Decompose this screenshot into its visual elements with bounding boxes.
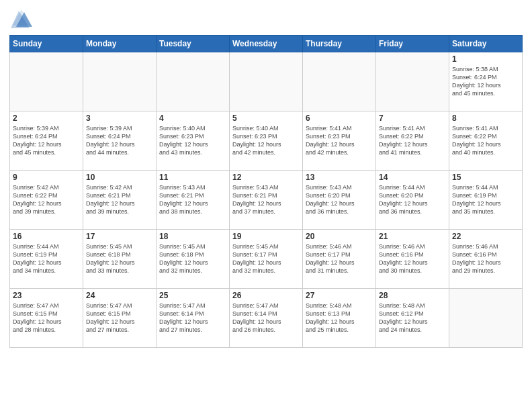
weekday-header-wednesday: Wednesday bbox=[230, 36, 303, 52]
day-number: 6 bbox=[306, 113, 373, 123]
day-number: 16 bbox=[13, 232, 80, 241]
calendar-cell bbox=[230, 52, 303, 111]
calendar-cell: 24Sunrise: 5:47 AM Sunset: 6:15 PM Dayli… bbox=[83, 289, 157, 348]
week-row-4: 23Sunrise: 5:47 AM Sunset: 6:15 PM Dayli… bbox=[10, 289, 523, 348]
day-info: Sunrise: 5:43 AM Sunset: 6:21 PM Dayligh… bbox=[232, 183, 300, 216]
calendar-cell: 1Sunrise: 5:38 AM Sunset: 6:24 PM Daylig… bbox=[449, 52, 523, 111]
calendar-cell: 22Sunrise: 5:46 AM Sunset: 6:16 PM Dayli… bbox=[449, 230, 523, 289]
day-number: 3 bbox=[86, 113, 153, 123]
day-number: 24 bbox=[86, 291, 153, 300]
day-number: 17 bbox=[86, 232, 153, 241]
week-row-2: 9Sunrise: 5:42 AM Sunset: 6:22 PM Daylig… bbox=[10, 171, 523, 230]
day-number: 28 bbox=[379, 291, 446, 300]
day-number: 1 bbox=[452, 54, 519, 64]
day-info: Sunrise: 5:45 AM Sunset: 6:18 PM Dayligh… bbox=[159, 242, 226, 275]
day-number: 18 bbox=[159, 232, 226, 241]
logo-icon bbox=[9, 7, 34, 31]
calendar-cell bbox=[376, 52, 449, 111]
weekday-header-sunday: Sunday bbox=[10, 36, 83, 52]
calendar-cell: 19Sunrise: 5:45 AM Sunset: 6:17 PM Dayli… bbox=[230, 230, 303, 289]
day-number: 25 bbox=[159, 291, 226, 300]
calendar-cell bbox=[303, 52, 376, 111]
day-number: 14 bbox=[379, 173, 446, 182]
week-row-0: 1Sunrise: 5:38 AM Sunset: 6:24 PM Daylig… bbox=[10, 52, 523, 111]
day-number: 7 bbox=[379, 113, 446, 123]
day-number: 22 bbox=[452, 232, 519, 241]
day-info: Sunrise: 5:48 AM Sunset: 6:13 PM Dayligh… bbox=[306, 302, 373, 334]
day-info: Sunrise: 5:47 AM Sunset: 6:15 PM Dayligh… bbox=[13, 302, 80, 334]
calendar-cell: 27Sunrise: 5:48 AM Sunset: 6:13 PM Dayli… bbox=[303, 289, 376, 348]
calendar-cell: 23Sunrise: 5:47 AM Sunset: 6:15 PM Dayli… bbox=[10, 289, 83, 348]
day-number: 4 bbox=[159, 113, 226, 123]
day-info: Sunrise: 5:40 AM Sunset: 6:23 PM Dayligh… bbox=[159, 124, 226, 157]
calendar-cell: 7Sunrise: 5:41 AM Sunset: 6:22 PM Daylig… bbox=[376, 111, 449, 171]
calendar-cell: 17Sunrise: 5:45 AM Sunset: 6:18 PM Dayli… bbox=[83, 230, 157, 289]
day-number: 10 bbox=[86, 173, 153, 182]
day-number: 13 bbox=[306, 173, 373, 182]
week-row-3: 16Sunrise: 5:44 AM Sunset: 6:19 PM Dayli… bbox=[10, 230, 523, 289]
calendar-cell: 26Sunrise: 5:47 AM Sunset: 6:14 PM Dayli… bbox=[230, 289, 303, 348]
day-number: 8 bbox=[452, 113, 519, 123]
calendar-cell: 3Sunrise: 5:39 AM Sunset: 6:24 PM Daylig… bbox=[83, 111, 157, 171]
day-info: Sunrise: 5:41 AM Sunset: 6:22 PM Dayligh… bbox=[452, 124, 519, 157]
header bbox=[9, 7, 523, 31]
calendar-cell: 10Sunrise: 5:42 AM Sunset: 6:21 PM Dayli… bbox=[83, 171, 157, 230]
calendar-cell: 25Sunrise: 5:47 AM Sunset: 6:14 PM Dayli… bbox=[157, 289, 230, 348]
day-number: 20 bbox=[306, 232, 373, 241]
day-number: 27 bbox=[306, 291, 373, 300]
calendar-cell bbox=[83, 52, 157, 111]
calendar-cell: 28Sunrise: 5:48 AM Sunset: 6:12 PM Dayli… bbox=[376, 289, 449, 348]
day-info: Sunrise: 5:45 AM Sunset: 6:18 PM Dayligh… bbox=[86, 242, 153, 275]
calendar-cell: 5Sunrise: 5:40 AM Sunset: 6:23 PM Daylig… bbox=[230, 111, 303, 171]
day-info: Sunrise: 5:46 AM Sunset: 6:17 PM Dayligh… bbox=[306, 242, 373, 275]
calendar-cell bbox=[449, 289, 523, 348]
day-info: Sunrise: 5:44 AM Sunset: 6:20 PM Dayligh… bbox=[379, 183, 446, 216]
weekday-header-monday: Monday bbox=[83, 36, 157, 52]
day-number: 15 bbox=[452, 173, 519, 182]
calendar-cell: 15Sunrise: 5:44 AM Sunset: 6:19 PM Dayli… bbox=[449, 171, 523, 230]
calendar-cell: 4Sunrise: 5:40 AM Sunset: 6:23 PM Daylig… bbox=[157, 111, 230, 171]
day-number: 11 bbox=[159, 173, 226, 182]
day-info: Sunrise: 5:38 AM Sunset: 6:24 PM Dayligh… bbox=[452, 65, 519, 98]
day-info: Sunrise: 5:42 AM Sunset: 6:22 PM Dayligh… bbox=[13, 183, 80, 216]
calendar-cell: 6Sunrise: 5:41 AM Sunset: 6:23 PM Daylig… bbox=[303, 111, 376, 171]
weekday-row: SundayMondayTuesdayWednesdayThursdayFrid… bbox=[10, 36, 523, 52]
day-info: Sunrise: 5:47 AM Sunset: 6:14 PM Dayligh… bbox=[159, 302, 226, 334]
day-info: Sunrise: 5:47 AM Sunset: 6:15 PM Dayligh… bbox=[86, 302, 153, 334]
day-info: Sunrise: 5:39 AM Sunset: 6:24 PM Dayligh… bbox=[86, 124, 153, 157]
day-number: 2 bbox=[13, 113, 80, 123]
calendar-cell: 12Sunrise: 5:43 AM Sunset: 6:21 PM Dayli… bbox=[230, 171, 303, 230]
calendar-cell: 9Sunrise: 5:42 AM Sunset: 6:22 PM Daylig… bbox=[10, 171, 83, 230]
day-info: Sunrise: 5:43 AM Sunset: 6:21 PM Dayligh… bbox=[159, 183, 226, 216]
weekday-header-saturday: Saturday bbox=[449, 36, 523, 52]
calendar-cell: 20Sunrise: 5:46 AM Sunset: 6:17 PM Dayli… bbox=[303, 230, 376, 289]
calendar-cell: 18Sunrise: 5:45 AM Sunset: 6:18 PM Dayli… bbox=[157, 230, 230, 289]
day-number: 9 bbox=[13, 173, 80, 182]
calendar-cell: 2Sunrise: 5:39 AM Sunset: 6:24 PM Daylig… bbox=[10, 111, 83, 171]
weekday-header-friday: Friday bbox=[376, 36, 449, 52]
weekday-header-thursday: Thursday bbox=[303, 36, 376, 52]
calendar-cell: 8Sunrise: 5:41 AM Sunset: 6:22 PM Daylig… bbox=[449, 111, 523, 171]
calendar-cell: 16Sunrise: 5:44 AM Sunset: 6:19 PM Dayli… bbox=[10, 230, 83, 289]
day-info: Sunrise: 5:45 AM Sunset: 6:17 PM Dayligh… bbox=[232, 242, 300, 275]
day-info: Sunrise: 5:46 AM Sunset: 6:16 PM Dayligh… bbox=[452, 242, 519, 275]
day-number: 26 bbox=[232, 291, 300, 300]
week-row-1: 2Sunrise: 5:39 AM Sunset: 6:24 PM Daylig… bbox=[10, 111, 523, 171]
page: SundayMondayTuesdayWednesdayThursdayFrid… bbox=[0, 0, 532, 411]
day-number: 12 bbox=[232, 173, 300, 182]
day-info: Sunrise: 5:41 AM Sunset: 6:22 PM Dayligh… bbox=[379, 124, 446, 157]
logo bbox=[9, 7, 35, 31]
day-number: 23 bbox=[13, 291, 80, 300]
day-info: Sunrise: 5:39 AM Sunset: 6:24 PM Dayligh… bbox=[13, 124, 80, 157]
day-number: 19 bbox=[232, 232, 300, 241]
day-info: Sunrise: 5:44 AM Sunset: 6:19 PM Dayligh… bbox=[452, 183, 519, 216]
calendar-cell bbox=[10, 52, 83, 111]
day-info: Sunrise: 5:43 AM Sunset: 6:20 PM Dayligh… bbox=[306, 183, 373, 216]
calendar-cell: 13Sunrise: 5:43 AM Sunset: 6:20 PM Dayli… bbox=[303, 171, 376, 230]
day-info: Sunrise: 5:48 AM Sunset: 6:12 PM Dayligh… bbox=[379, 302, 446, 334]
day-number: 21 bbox=[379, 232, 446, 241]
calendar-body: 1Sunrise: 5:38 AM Sunset: 6:24 PM Daylig… bbox=[10, 52, 523, 348]
weekday-header-tuesday: Tuesday bbox=[157, 36, 230, 52]
day-info: Sunrise: 5:46 AM Sunset: 6:16 PM Dayligh… bbox=[379, 242, 446, 275]
day-info: Sunrise: 5:47 AM Sunset: 6:14 PM Dayligh… bbox=[232, 302, 300, 334]
